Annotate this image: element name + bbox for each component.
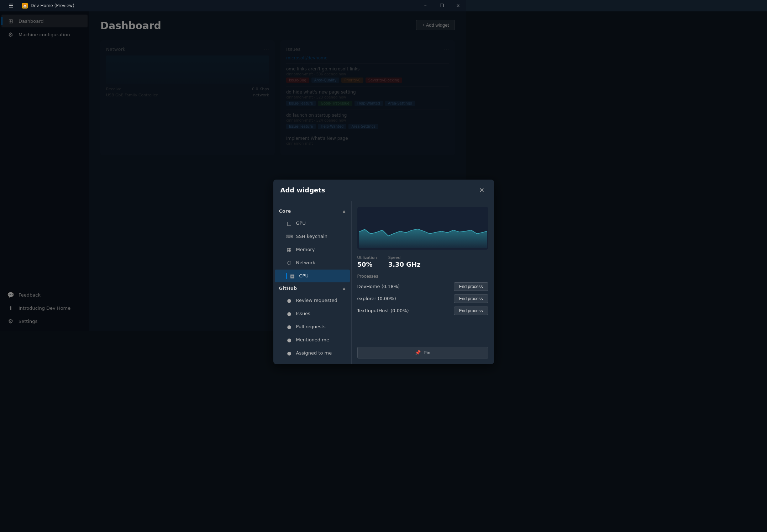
widget-item-pull-requests[interactable]: ● Pull requests	[275, 320, 350, 331]
network-icon: ⬡	[286, 260, 293, 266]
process-row-2: explorer (0.00%) End process	[357, 294, 467, 303]
widget-item-ssh-keychain[interactable]: ⌨ SSH keychain	[275, 230, 350, 243]
app-body: ⊞ Dashboard ⚙ Machine configuration 💬 Fe…	[0, 11, 466, 331]
speed-label: Speed	[388, 255, 421, 260]
issues-label: Issues	[296, 311, 310, 316]
speed-value: 3.30 GHz	[388, 261, 421, 268]
memory-icon: ▦	[286, 246, 293, 253]
modal-body: Core ▲ □ GPU ⌨ SSH keychain ▦	[273, 201, 467, 331]
modal-title: Add widgets	[280, 186, 325, 194]
close-button[interactable]: ✕	[450, 0, 466, 11]
widget-list-panel: Core ▲ □ GPU ⌨ SSH keychain ▦	[273, 201, 352, 331]
widget-item-review-requested[interactable]: ● Review requested	[275, 294, 350, 307]
widget-item-issues[interactable]: ● Issues	[275, 307, 350, 320]
cpu-stats-row: Utilization 50% Speed 3.30 GHz	[357, 255, 467, 268]
main-content: Dashboard + Add widget Network ··· Recei…	[89, 11, 466, 331]
review-requested-label: Review requested	[296, 298, 337, 303]
process-name-2: explorer (0.00%)	[357, 296, 396, 301]
modal-header: Add widgets ✕	[273, 180, 467, 201]
svg-marker-0	[359, 229, 467, 248]
utilization-value: 50%	[357, 261, 377, 268]
gpu-label: GPU	[296, 220, 306, 226]
widget-item-memory[interactable]: ▦ Memory	[275, 243, 350, 256]
window-controls: − ❐ ✕	[417, 0, 466, 11]
widget-item-gpu[interactable]: □ GPU	[275, 217, 350, 230]
process-row-1: DevHome (0.18%) End process	[357, 282, 467, 291]
processes-label: Processes	[357, 274, 467, 279]
github-chevron-icon: ▲	[343, 286, 346, 290]
process-name-3: TextInputHost (0.00%)	[357, 308, 409, 313]
cpu-label: CPU	[299, 273, 309, 278]
review-requested-icon: ●	[286, 297, 293, 304]
github-section-header[interactable]: GitHub ▲	[273, 283, 351, 294]
process-name-1: DevHome (0.18%)	[357, 284, 400, 289]
cpu-chart-container	[357, 207, 467, 250]
restore-button[interactable]: ❐	[434, 0, 450, 11]
pull-requests-label: Pull requests	[296, 324, 326, 329]
hamburger-button[interactable]: ☰	[3, 0, 19, 11]
speed-stat: Speed 3.30 GHz	[388, 255, 421, 268]
titlebar-left: ☰ 🏠 Dev Home (Preview)	[3, 0, 74, 11]
add-widgets-modal: Add widgets ✕ Core ▲ □ GPU	[273, 180, 467, 331]
core-chevron-icon: ▲	[343, 209, 346, 213]
pull-requests-icon: ●	[286, 324, 293, 330]
widget-detail-panel: Utilization 50% Speed 3.30 GHz Processes	[352, 201, 467, 331]
core-section-header[interactable]: Core ▲	[273, 206, 351, 217]
ssh-keychain-label: SSH keychain	[296, 234, 327, 239]
cpu-selected-indicator	[286, 273, 287, 279]
end-process-button-1[interactable]: End process	[454, 282, 466, 291]
utilization-stat: Utilization 50%	[357, 255, 377, 268]
minimize-button[interactable]: −	[417, 0, 434, 11]
window-title: Dev Home (Preview)	[31, 3, 74, 8]
ssh-keychain-icon: ⌨	[286, 233, 293, 240]
end-process-button-2[interactable]: End process	[454, 294, 466, 303]
end-process-button-3[interactable]: End process	[454, 307, 466, 315]
app-icon: 🏠	[22, 3, 28, 9]
titlebar: ☰ 🏠 Dev Home (Preview) − ❐ ✕	[0, 0, 466, 11]
widget-item-cpu[interactable]: ▦ CPU	[275, 270, 350, 282]
modal-overlay: Add widgets ✕ Core ▲ □ GPU	[89, 11, 466, 331]
gpu-icon: □	[286, 220, 293, 227]
cpu-chart	[359, 208, 467, 248]
network-label: Network	[296, 260, 315, 265]
widget-item-network[interactable]: ⬡ Network	[275, 256, 350, 269]
core-section-label: Core	[279, 208, 291, 214]
cpu-icon: ▦	[289, 273, 296, 279]
memory-label: Memory	[296, 247, 315, 252]
github-section-label: GitHub	[279, 286, 297, 291]
issues-icon: ●	[286, 310, 293, 317]
process-row-3: TextInputHost (0.00%) End process	[357, 307, 467, 315]
utilization-label: Utilization	[357, 255, 377, 260]
